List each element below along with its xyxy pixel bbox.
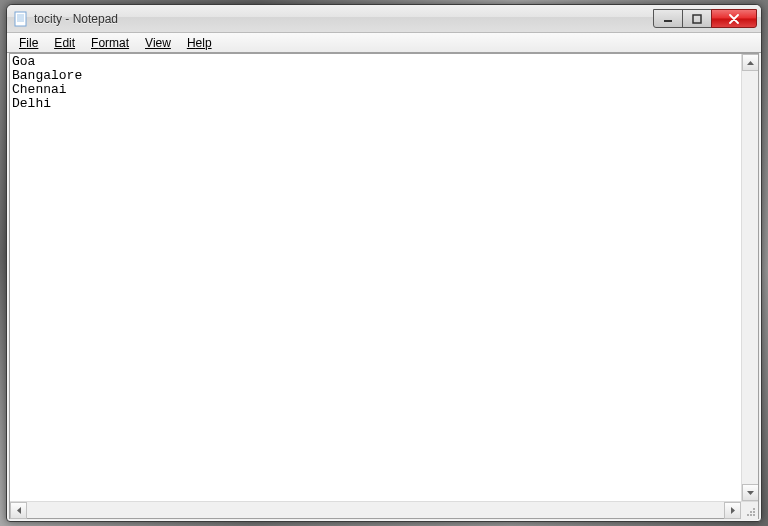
chevron-left-icon [17,507,21,514]
menu-format-label: Format [91,36,129,50]
resize-grip[interactable] [741,502,758,519]
svg-marker-7 [747,61,754,65]
svg-point-12 [753,511,755,513]
menu-file-label: File [19,36,38,50]
menubar: File Edit Format View Help [7,33,761,53]
menu-format[interactable]: Format [83,34,137,52]
menu-file[interactable]: File [11,34,46,52]
vertical-scrollbar[interactable] [741,54,758,501]
horizontal-scroll-track[interactable] [27,502,724,518]
menu-help[interactable]: Help [179,34,220,52]
svg-marker-10 [731,507,735,514]
svg-rect-6 [693,15,701,23]
window-controls [654,9,757,28]
svg-point-11 [753,508,755,510]
svg-marker-9 [17,507,21,514]
menu-view-label: View [145,36,171,50]
menu-edit-label: Edit [54,36,75,50]
minimize-icon [663,14,673,24]
scroll-right-button[interactable] [724,502,741,519]
scroll-down-button[interactable] [742,484,758,501]
horizontal-scrollbar[interactable] [10,502,741,518]
svg-point-16 [747,514,749,516]
chevron-right-icon [731,507,735,514]
vertical-scroll-track[interactable] [742,71,758,484]
notepad-window: tocity - Notepad File Edit Format View [6,4,762,522]
resize-grip-icon [745,506,756,517]
close-button[interactable] [711,9,757,28]
svg-point-13 [753,514,755,516]
maximize-icon [692,14,702,24]
client-area: Goa Bangalore Chennai Delhi [9,53,759,519]
text-editor[interactable]: Goa Bangalore Chennai Delhi [10,54,741,501]
scroll-left-button[interactable] [10,502,27,519]
horizontal-scroll-row [10,501,758,518]
minimize-button[interactable] [653,9,683,28]
svg-point-15 [750,514,752,516]
window-title: tocity - Notepad [34,12,654,26]
close-icon [728,14,740,24]
titlebar[interactable]: tocity - Notepad [7,5,761,33]
svg-marker-8 [747,491,754,495]
menu-view[interactable]: View [137,34,179,52]
chevron-down-icon [747,491,754,495]
maximize-button[interactable] [682,9,712,28]
notepad-app-icon [13,11,29,27]
svg-point-14 [750,511,752,513]
menu-help-label: Help [187,36,212,50]
menu-edit[interactable]: Edit [46,34,83,52]
svg-rect-5 [664,20,672,22]
text-wrap: Goa Bangalore Chennai Delhi [10,54,758,501]
scroll-up-button[interactable] [742,54,758,71]
chevron-up-icon [747,61,754,65]
